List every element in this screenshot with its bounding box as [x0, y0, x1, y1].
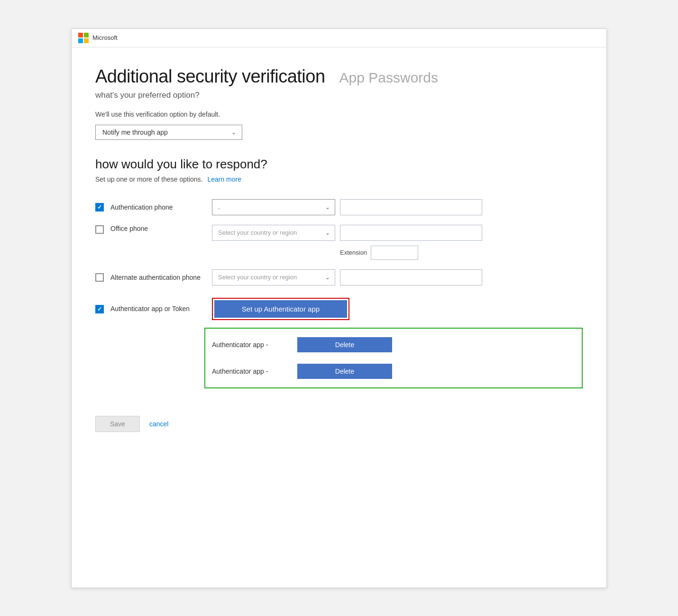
setup-description: Set up one or more of these options. Lea… [95, 175, 583, 183]
preferred-description: We'll use this verification option by de… [95, 110, 583, 118]
learn-more-link[interactable]: Learn more [207, 175, 241, 183]
office-phone-label: Office phone [110, 225, 205, 232]
preferred-option-value: Notify me through app [102, 129, 168, 136]
setup-btn-wrapper: Set up Authenticator app [212, 298, 349, 320]
bottom-actions: Save cancel [95, 411, 583, 432]
alt-phone-chevron-icon: ⌄ [325, 274, 330, 281]
delete-button-1[interactable]: Delete [297, 337, 392, 352]
app-passwords-link[interactable]: App Passwords [339, 70, 438, 86]
auth-phone-fields: . ⌄ [212, 199, 482, 215]
auth-phone-country-chevron-icon: ⌄ [325, 204, 330, 211]
office-phone-row: Office phone Select your country or regi… [95, 220, 583, 265]
auth-phone-country-dropdown[interactable]: . ⌄ [212, 199, 335, 215]
save-button[interactable]: Save [95, 416, 140, 432]
auth-app-label-1: Authenticator app - [212, 341, 288, 349]
alt-phone-label: Alternate authentication phone [110, 274, 205, 281]
page-subtitle: what's your preferred option? [95, 91, 583, 100]
alt-phone-row: Alternate authentication phone Select yo… [95, 265, 583, 290]
auth-phone-checkbox[interactable] [95, 203, 104, 211]
auth-phone-row: Authentication phone . ⌄ [95, 194, 583, 220]
delete-button-2[interactable]: Delete [297, 364, 392, 379]
top-bar: Microsoft [72, 29, 606, 47]
extension-input[interactable] [371, 246, 418, 260]
logo-green-square [84, 33, 89, 37]
cancel-link[interactable]: cancel [149, 420, 168, 428]
setup-authenticator-button[interactable]: Set up Authenticator app [214, 300, 347, 318]
office-phone-country-placeholder: Select your country or region [218, 229, 297, 236]
authenticator-apps-section: Authenticator app - Delete Authenticator… [95, 326, 583, 397]
logo-blue-square [78, 38, 83, 43]
alt-phone-checkbox[interactable] [95, 273, 104, 282]
alt-phone-fields: Select your country or region ⌄ [212, 269, 482, 285]
authenticator-label: Authenticator app or Token [110, 305, 205, 313]
auth-app-label-2: Authenticator app - [212, 368, 288, 375]
respond-section-title: how would you like to respond? [95, 157, 583, 172]
setup-desc-text: Set up one or more of these options. [95, 175, 202, 183]
auth-phone-country-value: . [218, 203, 220, 211]
authenticator-row: Authenticator app or Token Set up Authen… [95, 290, 583, 324]
alt-phone-country-placeholder: Select your country or region [218, 274, 297, 281]
office-phone-input[interactable] [340, 225, 482, 241]
auth-phone-label: Authentication phone [110, 203, 205, 211]
authenticator-app-row-1: Authenticator app - Delete [212, 333, 575, 356]
microsoft-logo [78, 33, 89, 43]
office-phone-chevron-icon: ⌄ [325, 230, 330, 236]
page-title: Additional security verification [95, 66, 325, 87]
logo-red-square [78, 33, 83, 37]
alt-phone-country-dropdown[interactable]: Select your country or region ⌄ [212, 269, 335, 285]
preferred-option-dropdown[interactable]: Notify me through app ⌄ [95, 125, 242, 140]
preferred-option-chevron-icon: ⌄ [231, 129, 236, 136]
auth-phone-input[interactable] [340, 199, 482, 215]
options-grid: Authentication phone . ⌄ Office phone S [95, 194, 583, 324]
authenticator-checkbox[interactable] [95, 305, 104, 313]
extension-row: Extension [340, 246, 482, 260]
brand-label: Microsoft [92, 34, 118, 41]
office-phone-checkbox[interactable] [95, 225, 104, 234]
logo-yellow-square [84, 38, 89, 43]
delete-buttons-container: Authenticator app - Delete Authenticator… [204, 328, 583, 388]
alt-phone-input[interactable] [340, 269, 482, 285]
office-phone-country-dropdown[interactable]: Select your country or region ⌄ [212, 225, 335, 241]
extension-label: Extension [340, 249, 367, 256]
page-title-row: Additional security verification App Pas… [95, 66, 583, 87]
office-phone-area: Select your country or region ⌄ Extensio… [212, 225, 482, 260]
authenticator-app-row-2: Authenticator app - Delete [212, 360, 575, 383]
